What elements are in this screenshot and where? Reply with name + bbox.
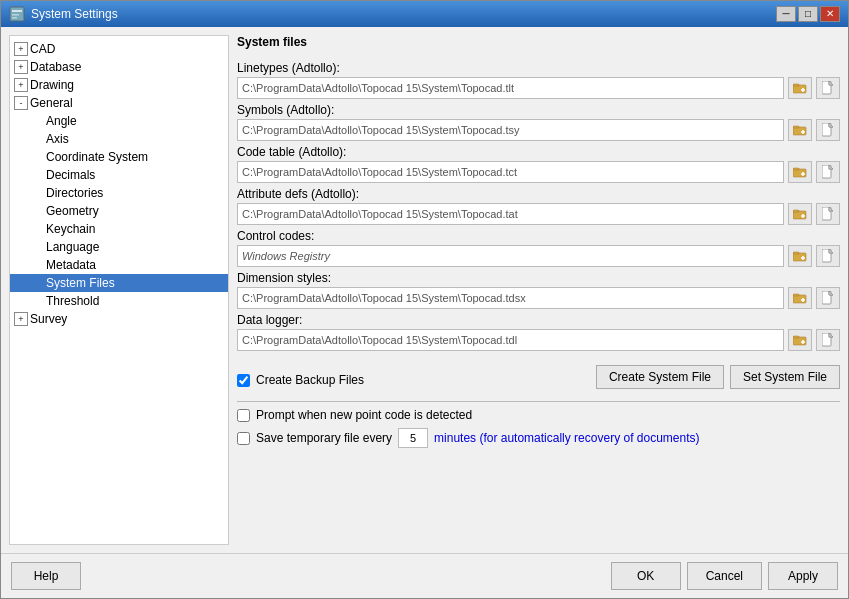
new-file-button-3[interactable] (816, 203, 840, 225)
ok-button[interactable]: OK (611, 562, 681, 590)
file-input-1[interactable] (237, 119, 784, 141)
tree-item-label: General (30, 96, 73, 110)
field-label-3: Attribute defs (Adtollo): (237, 187, 840, 201)
tree-item-label: Language (46, 240, 99, 254)
file-row-6 (237, 329, 840, 351)
svg-rect-11 (793, 126, 799, 128)
new-file-button-1[interactable] (816, 119, 840, 141)
field-label-4: Control codes: (237, 229, 840, 243)
save-temp-checkbox[interactable] (237, 432, 250, 445)
tree-item-database[interactable]: +Database (10, 58, 228, 76)
tree-item-cad[interactable]: +CAD (10, 40, 228, 58)
tree-item-axis[interactable]: Axis (10, 130, 228, 148)
browse-button-2[interactable] (788, 161, 812, 183)
tree-item-language[interactable]: Language (10, 238, 228, 256)
field-label-6: Data logger: (237, 313, 840, 327)
svg-rect-17 (793, 168, 799, 170)
tree-item-geometry[interactable]: Geometry (10, 202, 228, 220)
file-row-4 (237, 245, 840, 267)
expand-icon[interactable]: + (14, 312, 28, 326)
create-backup-label: Create Backup Files (256, 373, 364, 387)
collapse-icon[interactable]: - (14, 96, 28, 110)
maximize-button[interactable]: □ (798, 6, 818, 22)
tree-item-coordinate-system[interactable]: Coordinate System (10, 148, 228, 166)
browse-button-6[interactable] (788, 329, 812, 351)
new-file-button-0[interactable] (816, 77, 840, 99)
file-row-2 (237, 161, 840, 183)
field-label-2: Code table (Adtollo): (237, 145, 840, 159)
tree-item-label: System Files (46, 276, 115, 290)
tree-item-directories[interactable]: Directories (10, 184, 228, 202)
save-temp-row: Save temporary file every minutes (for a… (237, 428, 840, 448)
prompt-point-label: Prompt when new point code is detected (256, 408, 472, 422)
file-input-0[interactable] (237, 77, 784, 99)
svg-rect-29 (793, 252, 799, 254)
footer: Help OK Cancel Apply (1, 553, 848, 598)
set-system-file-button[interactable]: Set System File (730, 365, 840, 389)
tree-item-threshold[interactable]: Threshold (10, 292, 228, 310)
browse-button-4[interactable] (788, 245, 812, 267)
tree-item-metadata[interactable]: Metadata (10, 256, 228, 274)
new-file-button-6[interactable] (816, 329, 840, 351)
svg-rect-23 (793, 210, 799, 212)
tree-item-angle[interactable]: Angle (10, 112, 228, 130)
tree-item-label: Drawing (30, 78, 74, 92)
file-row-5 (237, 287, 840, 309)
create-backup-checkbox[interactable] (237, 374, 250, 387)
browse-button-5[interactable] (788, 287, 812, 309)
expand-icon[interactable]: + (14, 78, 28, 92)
create-backup-row: Create Backup Files (237, 371, 590, 389)
divider (237, 401, 840, 402)
expand-icon[interactable]: + (14, 42, 28, 56)
tree-item-label: Angle (46, 114, 77, 128)
bottom-buttons-row: Create Backup Files Create System File S… (237, 365, 840, 389)
svg-rect-5 (793, 84, 799, 86)
save-temp-label-before: Save temporary file every (256, 431, 392, 445)
tree-item-drawing[interactable]: +Drawing (10, 76, 228, 94)
file-row-1 (237, 119, 840, 141)
svg-rect-1 (12, 10, 22, 12)
cancel-button[interactable]: Cancel (687, 562, 762, 590)
system-settings-window: System Settings ─ □ ✕ +CAD+Database+Draw… (0, 0, 849, 599)
tree-item-system-files[interactable]: System Files (10, 274, 228, 292)
tree-item-decimals[interactable]: Decimals (10, 166, 228, 184)
file-input-2[interactable] (237, 161, 784, 183)
tree-item-label: Survey (30, 312, 67, 326)
tree-item-keychain[interactable]: Keychain (10, 220, 228, 238)
close-button[interactable]: ✕ (820, 6, 840, 22)
help-button[interactable]: Help (11, 562, 81, 590)
title-bar-left: System Settings (9, 6, 118, 22)
tree-item-label: Decimals (46, 168, 95, 182)
expand-icon[interactable]: + (14, 60, 28, 74)
tree-item-survey[interactable]: +Survey (10, 310, 228, 328)
file-row-0 (237, 77, 840, 99)
window-title: System Settings (31, 7, 118, 21)
file-input-3[interactable] (237, 203, 784, 225)
footer-right: OK Cancel Apply (611, 562, 838, 590)
tree-item-label: Keychain (46, 222, 95, 236)
svg-rect-3 (12, 17, 17, 19)
create-system-file-button[interactable]: Create System File (596, 365, 724, 389)
minutes-input[interactable] (398, 428, 428, 448)
svg-rect-41 (793, 336, 799, 338)
browse-button-0[interactable] (788, 77, 812, 99)
new-file-button-4[interactable] (816, 245, 840, 267)
new-file-button-2[interactable] (816, 161, 840, 183)
apply-button[interactable]: Apply (768, 562, 838, 590)
browse-button-3[interactable] (788, 203, 812, 225)
file-input-6[interactable] (237, 329, 784, 351)
options-section: Prompt when new point code is detected S… (237, 399, 840, 448)
browse-button-1[interactable] (788, 119, 812, 141)
tree-item-general[interactable]: -General (10, 94, 228, 112)
minimize-button[interactable]: ─ (776, 6, 796, 22)
tree-item-label: Threshold (46, 294, 99, 308)
tree-item-label: Database (30, 60, 81, 74)
svg-rect-2 (12, 14, 19, 16)
file-input-5[interactable] (237, 287, 784, 309)
tree-item-label: Metadata (46, 258, 96, 272)
tree-item-label: CAD (30, 42, 55, 56)
prompt-point-checkbox[interactable] (237, 409, 250, 422)
svg-rect-35 (793, 294, 799, 296)
new-file-button-5[interactable] (816, 287, 840, 309)
file-input-4[interactable] (237, 245, 784, 267)
